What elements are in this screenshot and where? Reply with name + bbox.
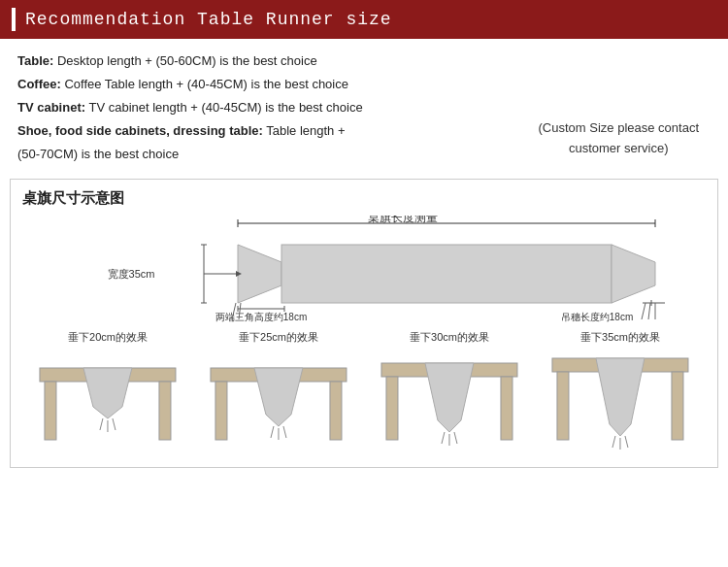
svg-marker-42 xyxy=(425,363,474,432)
svg-rect-41 xyxy=(501,377,513,440)
diagram-section: 桌旗尺寸示意图 桌旗长度测量 xyxy=(10,179,718,468)
svg-line-52 xyxy=(625,436,628,448)
rec-tv-label: TV cabinet: xyxy=(17,100,85,115)
header-accent-bar xyxy=(12,8,16,31)
rec-coffee-text: Coffee Table length + (40-45CM) is the b… xyxy=(64,77,348,91)
recommendations-section: Table: Desktop length + (50-60CM) is the… xyxy=(0,50,728,165)
svg-rect-47 xyxy=(557,372,569,440)
rec-shoe-text: Table length + xyxy=(266,123,345,138)
page: Recommendation Table Runner size Table: … xyxy=(0,0,728,567)
svg-line-31 xyxy=(113,418,116,430)
rec-tv-text: TV cabinet length + (40-45CM) is the bes… xyxy=(88,100,362,115)
svg-rect-27 xyxy=(159,382,171,440)
rec-coffee-label: Coffee: xyxy=(17,77,61,91)
svg-line-29 xyxy=(100,418,103,430)
svg-rect-48 xyxy=(672,372,683,440)
svg-text:桌旗长度测量: 桌旗长度测量 xyxy=(368,216,438,224)
rec-tv: TV cabinet: TV cabinet length + (40-45CM… xyxy=(17,97,711,118)
hang-svg-35 xyxy=(542,349,699,455)
rec-table-text: Desktop length + (50-60CM) is the best c… xyxy=(57,53,317,68)
header-bar: Recommendation Table Runner size xyxy=(0,0,728,39)
svg-rect-5 xyxy=(281,245,612,303)
custom-note-line1: (Custom Size please contact xyxy=(539,120,699,135)
svg-marker-28 xyxy=(83,368,132,418)
hanging-diagrams: 垂下20cm的效果 垂下25cm的效果 xyxy=(22,330,706,455)
svg-rect-33 xyxy=(215,382,227,440)
svg-text:宽度35cm: 宽度35cm xyxy=(108,268,155,280)
hang-item-30: 垂下30cm的效果 xyxy=(371,330,528,455)
svg-line-43 xyxy=(442,432,445,444)
hang-label-35: 垂下35cm的效果 xyxy=(580,330,660,345)
rec-coffee: Coffee: Coffee Table length + (40-45CM) … xyxy=(17,74,711,95)
runner-svg: 桌旗长度测量 宽度35cm 两端三角高 xyxy=(22,216,706,322)
hang-item-20: 垂下20cm的效果 xyxy=(29,330,186,455)
custom-note: (Custom Size please contact customer ser… xyxy=(539,118,699,159)
svg-text:两端三角高度约18cm: 两端三角高度约18cm xyxy=(215,312,307,322)
svg-line-20 xyxy=(648,303,650,319)
svg-marker-35 xyxy=(254,368,303,426)
svg-line-36 xyxy=(271,426,274,438)
svg-line-38 xyxy=(283,426,286,438)
hang-label-25: 垂下25cm的效果 xyxy=(239,330,318,345)
rec-table: Table: Desktop length + (50-60CM) is the… xyxy=(17,50,711,72)
svg-line-50 xyxy=(612,436,615,448)
rec-shoe-cont-text: (50-70CM) is the best choice xyxy=(17,147,179,161)
hang-item-35: 垂下35cm的效果 xyxy=(542,330,699,455)
svg-rect-40 xyxy=(386,377,398,440)
hang-svg-30 xyxy=(371,349,528,455)
hang-svg-25 xyxy=(200,349,357,455)
svg-line-45 xyxy=(454,432,457,444)
hang-item-25: 垂下25cm的效果 xyxy=(200,330,357,455)
svg-text:吊穗长度约18cm: 吊穗长度约18cm xyxy=(561,312,633,322)
rec-shoe-label: Shoe, food side cabinets, dressing table… xyxy=(17,123,263,138)
hang-label-20: 垂下20cm的效果 xyxy=(68,330,148,345)
runner-diagram: 桌旗长度测量 宽度35cm 两端三角高 xyxy=(22,216,706,322)
hang-label-30: 垂下30cm的效果 xyxy=(410,330,489,345)
rec-table-label: Table: xyxy=(17,53,53,68)
hang-svg-20 xyxy=(29,349,186,455)
svg-rect-26 xyxy=(45,382,56,440)
diagram-title: 桌旗尺寸示意图 xyxy=(22,189,706,208)
svg-rect-34 xyxy=(330,382,342,440)
svg-marker-49 xyxy=(596,358,645,436)
page-title: Recommendation Table Runner size xyxy=(25,10,392,29)
svg-marker-4 xyxy=(238,245,281,303)
custom-note-line2: customer service) xyxy=(569,141,669,155)
svg-marker-6 xyxy=(612,245,655,303)
svg-line-19 xyxy=(642,303,645,319)
